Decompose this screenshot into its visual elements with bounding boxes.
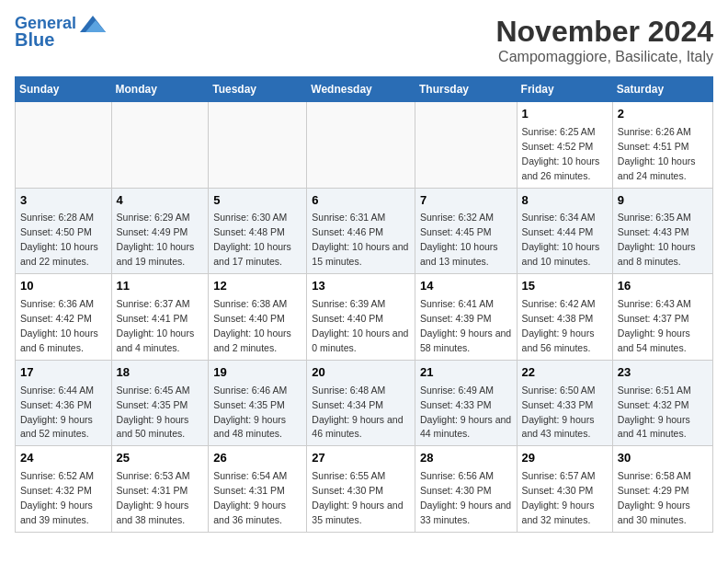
calendar-week-row: 3Sunrise: 6:28 AM Sunset: 4:50 PM Daylig… <box>16 188 713 274</box>
day-info: Sunrise: 6:35 AM Sunset: 4:43 PM Dayligh… <box>618 212 696 267</box>
calendar-cell: 4Sunrise: 6:29 AM Sunset: 4:49 PM Daylig… <box>111 188 209 274</box>
calendar-cell: 13Sunrise: 6:39 AM Sunset: 4:40 PM Dayli… <box>307 274 415 361</box>
weekday-header: Monday <box>111 77 209 102</box>
day-info: Sunrise: 6:46 AM Sunset: 4:35 PM Dayligh… <box>213 385 287 440</box>
day-info: Sunrise: 6:28 AM Sunset: 4:50 PM Dayligh… <box>20 212 98 267</box>
day-number: 10 <box>20 278 107 295</box>
calendar-cell: 1Sunrise: 6:25 AM Sunset: 4:52 PM Daylig… <box>517 102 612 189</box>
calendar-week-row: 24Sunrise: 6:52 AM Sunset: 4:32 PM Dayli… <box>16 446 713 533</box>
calendar-cell: 29Sunrise: 6:57 AM Sunset: 4:30 PM Dayli… <box>517 446 612 533</box>
day-number: 3 <box>20 192 107 210</box>
day-info: Sunrise: 6:52 AM Sunset: 4:32 PM Dayligh… <box>20 470 94 525</box>
day-number: 25 <box>117 450 204 467</box>
day-number: 23 <box>618 364 708 382</box>
day-number: 20 <box>312 364 410 382</box>
calendar-cell: 20Sunrise: 6:48 AM Sunset: 4:34 PM Dayli… <box>307 360 415 446</box>
calendar-cell: 9Sunrise: 6:35 AM Sunset: 4:43 PM Daylig… <box>612 188 712 274</box>
day-info: Sunrise: 6:57 AM Sunset: 4:30 PM Dayligh… <box>522 470 596 525</box>
day-info: Sunrise: 6:51 AM Sunset: 4:32 PM Dayligh… <box>618 385 691 440</box>
day-number: 18 <box>117 364 204 382</box>
weekday-header: Friday <box>517 77 612 102</box>
title-section: November 2024 Campomaggiore, Basilicate,… <box>495 15 713 65</box>
day-number: 17 <box>20 364 107 382</box>
day-number: 14 <box>420 278 512 295</box>
day-number: 24 <box>20 450 107 467</box>
calendar-header: SundayMondayTuesdayWednesdayThursdayFrid… <box>16 77 713 102</box>
calendar-cell: 2Sunrise: 6:26 AM Sunset: 4:51 PM Daylig… <box>612 102 712 189</box>
day-number: 2 <box>618 106 708 123</box>
day-number: 21 <box>420 364 512 382</box>
day-info: Sunrise: 6:31 AM Sunset: 4:46 PM Dayligh… <box>312 212 408 267</box>
day-info: Sunrise: 6:41 AM Sunset: 4:39 PM Dayligh… <box>420 298 511 353</box>
logo-blue-text: Blue <box>15 29 54 50</box>
page-header: General Blue November 2024 Campomaggiore… <box>15 15 713 65</box>
calendar-cell: 6Sunrise: 6:31 AM Sunset: 4:46 PM Daylig… <box>307 188 415 274</box>
day-info: Sunrise: 6:39 AM Sunset: 4:40 PM Dayligh… <box>312 298 408 353</box>
calendar-cell: 12Sunrise: 6:38 AM Sunset: 4:40 PM Dayli… <box>209 274 307 361</box>
day-number: 30 <box>618 450 708 467</box>
logo-icon <box>80 16 106 32</box>
calendar-cell: 21Sunrise: 6:49 AM Sunset: 4:33 PM Dayli… <box>415 360 517 446</box>
day-info: Sunrise: 6:36 AM Sunset: 4:42 PM Dayligh… <box>20 298 98 353</box>
day-number: 26 <box>213 450 301 467</box>
calendar-cell: 16Sunrise: 6:43 AM Sunset: 4:37 PM Dayli… <box>612 274 712 361</box>
day-number: 1 <box>522 106 608 123</box>
day-number: 9 <box>618 192 708 210</box>
calendar-cell: 5Sunrise: 6:30 AM Sunset: 4:48 PM Daylig… <box>209 188 307 274</box>
day-info: Sunrise: 6:53 AM Sunset: 4:31 PM Dayligh… <box>117 470 190 525</box>
day-number: 4 <box>117 192 204 210</box>
calendar-cell: 25Sunrise: 6:53 AM Sunset: 4:31 PM Dayli… <box>111 446 209 533</box>
day-number: 19 <box>213 364 301 382</box>
day-number: 15 <box>522 278 608 295</box>
calendar-week-row: 10Sunrise: 6:36 AM Sunset: 4:42 PM Dayli… <box>16 274 713 361</box>
day-number: 16 <box>618 278 708 295</box>
month-title: November 2024 <box>495 15 713 49</box>
weekday-header: Saturday <box>612 77 712 102</box>
calendar-cell: 3Sunrise: 6:28 AM Sunset: 4:50 PM Daylig… <box>16 188 112 274</box>
day-number: 11 <box>117 278 204 295</box>
day-info: Sunrise: 6:49 AM Sunset: 4:33 PM Dayligh… <box>420 385 511 440</box>
day-info: Sunrise: 6:50 AM Sunset: 4:33 PM Dayligh… <box>522 385 596 440</box>
weekday-header: Wednesday <box>307 77 415 102</box>
calendar-cell: 28Sunrise: 6:56 AM Sunset: 4:30 PM Dayli… <box>415 446 517 533</box>
day-info: Sunrise: 6:43 AM Sunset: 4:37 PM Dayligh… <box>618 298 691 353</box>
day-info: Sunrise: 6:44 AM Sunset: 4:36 PM Dayligh… <box>20 385 94 440</box>
calendar-cell: 19Sunrise: 6:46 AM Sunset: 4:35 PM Dayli… <box>209 360 307 446</box>
day-info: Sunrise: 6:48 AM Sunset: 4:34 PM Dayligh… <box>312 385 403 440</box>
calendar-cell: 27Sunrise: 6:55 AM Sunset: 4:30 PM Dayli… <box>307 446 415 533</box>
day-number: 28 <box>420 450 512 467</box>
day-info: Sunrise: 6:30 AM Sunset: 4:48 PM Dayligh… <box>213 212 291 267</box>
calendar-cell: 30Sunrise: 6:58 AM Sunset: 4:29 PM Dayli… <box>612 446 712 533</box>
day-info: Sunrise: 6:58 AM Sunset: 4:29 PM Dayligh… <box>618 470 691 525</box>
calendar-cell: 23Sunrise: 6:51 AM Sunset: 4:32 PM Dayli… <box>612 360 712 446</box>
day-number: 8 <box>522 192 608 210</box>
calendar-cell <box>307 102 415 189</box>
calendar-cell: 26Sunrise: 6:54 AM Sunset: 4:31 PM Dayli… <box>209 446 307 533</box>
calendar-table: SundayMondayTuesdayWednesdayThursdayFrid… <box>15 76 713 533</box>
calendar-week-row: 1Sunrise: 6:25 AM Sunset: 4:52 PM Daylig… <box>16 102 713 189</box>
day-info: Sunrise: 6:38 AM Sunset: 4:40 PM Dayligh… <box>213 298 291 353</box>
day-number: 6 <box>312 192 410 210</box>
calendar-cell: 8Sunrise: 6:34 AM Sunset: 4:44 PM Daylig… <box>517 188 612 274</box>
location-title: Campomaggiore, Basilicate, Italy <box>495 49 713 65</box>
day-info: Sunrise: 6:56 AM Sunset: 4:30 PM Dayligh… <box>420 470 511 525</box>
calendar-cell: 11Sunrise: 6:37 AM Sunset: 4:41 PM Dayli… <box>111 274 209 361</box>
calendar-cell: 22Sunrise: 6:50 AM Sunset: 4:33 PM Dayli… <box>517 360 612 446</box>
calendar-cell: 18Sunrise: 6:45 AM Sunset: 4:35 PM Dayli… <box>111 360 209 446</box>
day-info: Sunrise: 6:29 AM Sunset: 4:49 PM Dayligh… <box>117 212 195 267</box>
weekday-header: Tuesday <box>209 77 307 102</box>
day-number: 22 <box>522 364 608 382</box>
calendar-cell <box>111 102 209 189</box>
calendar-week-row: 17Sunrise: 6:44 AM Sunset: 4:36 PM Dayli… <box>16 360 713 446</box>
day-info: Sunrise: 6:45 AM Sunset: 4:35 PM Dayligh… <box>117 385 190 440</box>
calendar-cell: 10Sunrise: 6:36 AM Sunset: 4:42 PM Dayli… <box>16 274 112 361</box>
day-number: 13 <box>312 278 410 295</box>
day-info: Sunrise: 6:26 AM Sunset: 4:51 PM Dayligh… <box>618 126 696 181</box>
day-info: Sunrise: 6:55 AM Sunset: 4:30 PM Dayligh… <box>312 470 403 525</box>
day-info: Sunrise: 6:25 AM Sunset: 4:52 PM Dayligh… <box>522 126 600 181</box>
calendar-cell <box>415 102 517 189</box>
day-number: 27 <box>312 450 410 467</box>
calendar-cell: 7Sunrise: 6:32 AM Sunset: 4:45 PM Daylig… <box>415 188 517 274</box>
day-info: Sunrise: 6:37 AM Sunset: 4:41 PM Dayligh… <box>117 298 195 353</box>
weekday-header: Thursday <box>415 77 517 102</box>
